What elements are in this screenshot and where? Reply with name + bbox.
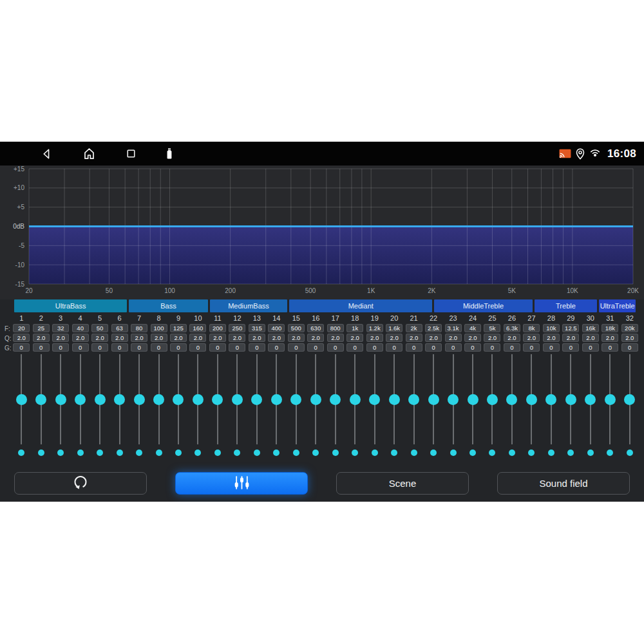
slider-knob[interactable] bbox=[624, 394, 635, 405]
frequency-value-cell: 2.5k bbox=[425, 324, 442, 332]
slider-knob[interactable] bbox=[173, 394, 184, 405]
reset-button[interactable] bbox=[14, 472, 147, 495]
y-axis-tick-label: 0dB bbox=[13, 223, 24, 230]
scene-button[interactable]: Scene bbox=[336, 472, 469, 495]
gain-slider[interactable] bbox=[267, 354, 286, 444]
gain-slider[interactable] bbox=[129, 354, 149, 444]
gain-slider[interactable] bbox=[522, 354, 541, 444]
slider-knob[interactable] bbox=[35, 394, 46, 405]
gain-slider[interactable] bbox=[51, 354, 70, 444]
slider-knob[interactable] bbox=[55, 394, 66, 405]
slider-knob[interactable] bbox=[585, 394, 596, 405]
slider-knob[interactable] bbox=[369, 394, 380, 405]
slider-knob[interactable] bbox=[526, 394, 537, 405]
gain-slider[interactable] bbox=[443, 354, 462, 444]
slider-knob[interactable] bbox=[95, 394, 106, 405]
recents-button[interactable] bbox=[124, 147, 138, 160]
gain-slider[interactable] bbox=[90, 354, 109, 444]
gain-slider[interactable] bbox=[561, 354, 580, 444]
gain-slider[interactable] bbox=[70, 354, 90, 444]
slider-knob[interactable] bbox=[114, 394, 125, 405]
gain-slider[interactable] bbox=[502, 354, 522, 444]
usb-drive-icon bbox=[166, 147, 173, 160]
channel-indicator-dot bbox=[489, 450, 495, 456]
gain-slider[interactable] bbox=[345, 354, 365, 444]
sound-field-button[interactable]: Sound field bbox=[497, 472, 630, 495]
x-axis-tick-label: 20K bbox=[627, 287, 639, 294]
status-icons: 16:08 bbox=[559, 147, 636, 160]
gain-slider[interactable] bbox=[404, 354, 423, 444]
back-button[interactable] bbox=[40, 147, 54, 161]
eq-channel-18: 181k2.00 bbox=[345, 314, 365, 456]
gain-slider[interactable] bbox=[169, 354, 188, 444]
channel-number: 7 bbox=[137, 314, 141, 323]
gain-value-cell: 0 bbox=[406, 343, 422, 352]
gain-value-cell: 0 bbox=[327, 343, 344, 352]
gain-slider[interactable] bbox=[306, 354, 325, 444]
slider-knob[interactable] bbox=[232, 394, 243, 405]
channel-indicator-dot bbox=[214, 450, 221, 456]
channel-number: 6 bbox=[118, 314, 122, 323]
slider-knob[interactable] bbox=[330, 394, 341, 405]
slider-knob[interactable] bbox=[350, 394, 361, 405]
gain-slider[interactable] bbox=[247, 354, 267, 444]
slider-knob[interactable] bbox=[271, 394, 282, 405]
channel-indicator-dot bbox=[194, 450, 201, 456]
gain-slider[interactable] bbox=[482, 354, 502, 444]
gain-slider[interactable] bbox=[12, 354, 31, 444]
gain-slider[interactable] bbox=[542, 354, 561, 444]
gain-slider[interactable] bbox=[581, 354, 600, 444]
gain-value-cell: 0 bbox=[72, 343, 89, 352]
gain-slider[interactable] bbox=[31, 354, 50, 444]
frequency-value-cell: 1.6k bbox=[386, 324, 402, 332]
slider-knob[interactable] bbox=[75, 394, 86, 405]
slider-knob[interactable] bbox=[605, 394, 616, 405]
channel-number: 15 bbox=[292, 314, 300, 323]
gain-slider[interactable] bbox=[463, 354, 482, 444]
gain-slider[interactable] bbox=[384, 354, 404, 444]
gain-slider[interactable] bbox=[424, 354, 443, 444]
channel-number: 17 bbox=[332, 314, 339, 323]
channel-number: 10 bbox=[194, 314, 202, 323]
channel-number: 26 bbox=[508, 314, 516, 323]
q-factor-value-cell: 2.0 bbox=[111, 334, 128, 342]
slider-knob[interactable] bbox=[16, 394, 27, 405]
gain-slider[interactable] bbox=[188, 354, 207, 444]
gain-slider[interactable] bbox=[600, 354, 620, 444]
gain-value-cell: 0 bbox=[366, 343, 383, 352]
slider-knob[interactable] bbox=[310, 394, 321, 405]
gain-value-cell: 0 bbox=[464, 343, 481, 352]
eq-channel-22: 222.5k2.00 bbox=[424, 314, 443, 456]
slider-knob[interactable] bbox=[153, 394, 164, 405]
slider-knob[interactable] bbox=[428, 394, 439, 405]
slider-knob[interactable] bbox=[389, 394, 400, 405]
frequency-value-cell: 125 bbox=[170, 324, 187, 332]
gain-slider[interactable] bbox=[208, 354, 227, 444]
q-factor-value-cell: 2.0 bbox=[151, 334, 167, 342]
channel-indicator-dot bbox=[411, 450, 417, 456]
equalizer-tab-button[interactable] bbox=[175, 472, 308, 495]
band-header-treble: Treble bbox=[535, 299, 598, 312]
frequency-value-cell: 1.2k bbox=[366, 324, 383, 332]
slider-knob[interactable] bbox=[468, 394, 478, 405]
slider-knob[interactable] bbox=[408, 394, 419, 405]
slider-knob[interactable] bbox=[134, 394, 145, 405]
slider-knob[interactable] bbox=[212, 394, 223, 405]
gain-slider[interactable] bbox=[326, 354, 345, 444]
gain-slider[interactable] bbox=[620, 354, 639, 444]
gain-slider[interactable] bbox=[149, 354, 168, 444]
slider-knob[interactable] bbox=[487, 394, 498, 405]
slider-knob[interactable] bbox=[290, 394, 301, 405]
slider-knob[interactable] bbox=[193, 394, 204, 405]
gain-slider[interactable] bbox=[287, 354, 306, 444]
slider-knob[interactable] bbox=[251, 394, 262, 405]
q-factor-value-cell: 2.0 bbox=[170, 334, 187, 342]
slider-knob[interactable] bbox=[545, 394, 556, 405]
slider-knob[interactable] bbox=[506, 394, 517, 405]
gain-slider[interactable] bbox=[365, 354, 384, 444]
gain-slider[interactable] bbox=[109, 354, 129, 444]
slider-knob[interactable] bbox=[448, 394, 459, 405]
gain-slider[interactable] bbox=[227, 354, 247, 444]
home-button[interactable] bbox=[82, 146, 97, 161]
slider-knob[interactable] bbox=[565, 394, 576, 405]
